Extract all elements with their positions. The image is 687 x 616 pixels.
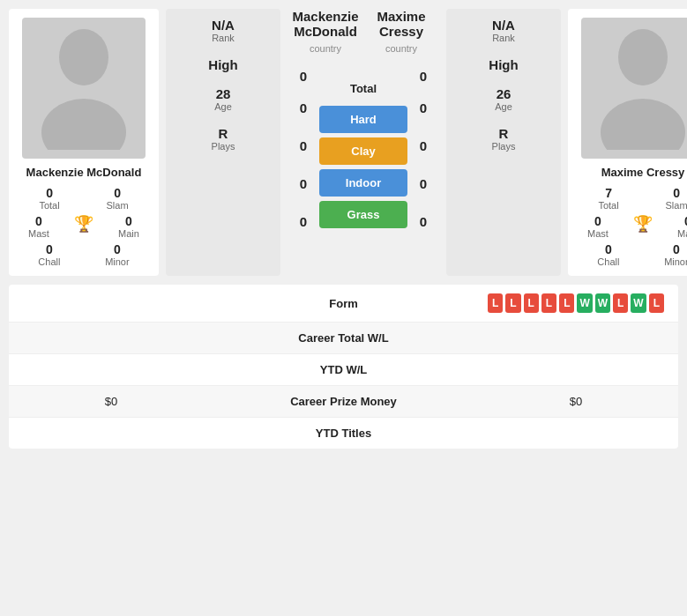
trophy-icon: 🏆 [74, 214, 93, 239]
player2-main: 0 Main [677, 214, 687, 239]
career-wl-label: Career Total W/L [199, 331, 488, 345]
player2-age: 26 Age [495, 86, 512, 112]
player2-stats-row3: 0 Chall 0 Minor [575, 242, 687, 267]
player2-info-card: N/A Rank High 26 Age R Plays [446, 9, 561, 276]
left-scores-col: 0 0 0 0 0 [287, 63, 319, 241]
player2-stats-row2: 0 Mast 🏆 0 Main [575, 214, 687, 239]
svg-point-3 [601, 99, 685, 150]
player1-total: 0 Total [39, 186, 59, 211]
svg-point-0 [59, 29, 108, 85]
player2-avatar [581, 18, 687, 159]
player1-minor: 0 Minor [105, 242, 130, 267]
clay-button[interactable]: Clay [319, 137, 407, 165]
player2-name-header: Maxime Cressy [363, 9, 439, 39]
career-wl-row: Career Total W/L [9, 323, 678, 354]
center-scores: Mackenzie McDonald Maxime Cressy country… [287, 9, 439, 276]
form-badge-l: L [559, 293, 574, 313]
ytd-titles-row: YTD Titles [9, 418, 678, 449]
score-total-right: 0 [420, 63, 427, 89]
bottom-stats: Form LLLLLWWLWL Career Total W/L YTD W/L… [9, 285, 678, 449]
form-badge-w: W [631, 293, 646, 313]
ytd-wl-label: YTD W/L [199, 363, 488, 376]
player1-mast: 0 Mast [28, 214, 49, 239]
form-badges-right: LLLLLWWLWL [488, 293, 664, 313]
form-badge-l: L [613, 293, 628, 313]
player1-stats-row3: 0 Chall 0 Minor [16, 242, 152, 267]
player2-plays: R Plays [492, 126, 516, 152]
player1-slam: 0 Slam [107, 186, 129, 211]
player1-stats-row2: 0 Mast 🏆 0 Main [16, 214, 152, 239]
player2-high: High [489, 57, 518, 72]
form-row: Form LLLLLWWLWL [9, 285, 678, 323]
player2-rank: N/A Rank [492, 18, 515, 43]
player1-main: 0 Main [118, 214, 139, 239]
player2-name: Maxime Cressy [601, 166, 685, 179]
right-scores-col: 0 0 0 0 0 [407, 63, 439, 241]
surfaces-scores-row: 0 0 0 0 0 Total Hard Clay Indoor Grass [287, 63, 439, 241]
country-flags: country country [287, 43, 439, 54]
player2-stats-row1: 7 Total 0 Slam [575, 186, 687, 211]
form-badge-w: W [595, 293, 610, 313]
hard-button[interactable]: Hard [319, 106, 407, 133]
form-badge-l: L [488, 293, 503, 313]
score-indoor-left: 0 [300, 165, 307, 203]
form-badges-container: LLLLLWWLWL [488, 293, 664, 313]
grass-button[interactable]: Grass [319, 201, 407, 228]
player1-chall: 0 Chall [38, 242, 60, 267]
score-hard-right: 0 [420, 89, 427, 127]
score-grass-left: 0 [300, 203, 307, 241]
players-comparison: Mackenzie McDonald 0 Total 0 Slam 0 Mas [9, 9, 678, 276]
form-badge-l: L [541, 293, 556, 313]
player2-minor: 0 Minor [664, 242, 687, 267]
svg-point-1 [41, 99, 126, 150]
player1-age: 28 Age [214, 86, 232, 112]
player1-high: High [208, 57, 237, 72]
score-total-left: 0 [300, 63, 307, 89]
player2-mast: 0 Mast [587, 214, 609, 239]
score-indoor-right: 0 [420, 165, 427, 203]
player2-card: Maxime Cressy 7 Total 0 Slam 0 Mast [568, 9, 687, 276]
prize-left: $0 [23, 395, 199, 408]
total-header-label: Total [350, 75, 377, 101]
prize-row: $0 Career Prize Money $0 [9, 386, 678, 418]
score-clay-right: 0 [420, 127, 427, 165]
form-badge-l: L [505, 293, 520, 313]
player1-name-header: Mackenzie McDonald [287, 9, 363, 39]
player2-total: 7 Total [598, 186, 618, 211]
svg-point-2 [618, 29, 668, 85]
player1-stats: 0 Total 0 Slam 0 Mast 🏆 [16, 186, 152, 267]
names-header-row: Mackenzie McDonald Maxime Cressy [287, 9, 439, 39]
player2-stats: 7 Total 0 Slam 0 Mast 🏆 [575, 186, 687, 267]
form-badge-l: L [524, 293, 539, 313]
player1-avatar [22, 18, 146, 159]
prize-right: $0 [488, 395, 664, 408]
indoor-button[interactable]: Indoor [319, 169, 407, 197]
player1-info-card: N/A Rank High 28 Age R Plays [166, 9, 280, 276]
form-label: Form [199, 297, 488, 310]
score-clay-left: 0 [300, 127, 307, 165]
score-hard-left: 0 [300, 89, 307, 127]
surfaces-buttons: Total Hard Clay Indoor Grass [319, 75, 407, 228]
player2-country: country [363, 43, 439, 54]
player2-chall: 0 Chall [597, 242, 619, 267]
player1-card: Mackenzie McDonald 0 Total 0 Slam 0 Mas [9, 9, 159, 276]
form-badge-w: W [577, 293, 592, 313]
player1-plays: R Plays [212, 126, 235, 152]
middle-block: N/A Rank High 28 Age R Plays [166, 9, 561, 276]
trophy2-icon: 🏆 [633, 214, 653, 239]
player1-stats-row1: 0 Total 0 Slam [16, 186, 152, 211]
form-badge-l: L [649, 293, 664, 313]
player1-rank: N/A Rank [212, 18, 235, 43]
player1-country: country [287, 43, 363, 54]
ytd-wl-row: YTD W/L [9, 354, 678, 386]
score-grass-right: 0 [420, 203, 427, 241]
prize-label: Career Prize Money [199, 395, 488, 408]
ytd-titles-label: YTD Titles [199, 427, 488, 440]
player2-slam: 0 Slam [666, 186, 687, 211]
player1-name: Mackenzie McDonald [26, 166, 142, 179]
